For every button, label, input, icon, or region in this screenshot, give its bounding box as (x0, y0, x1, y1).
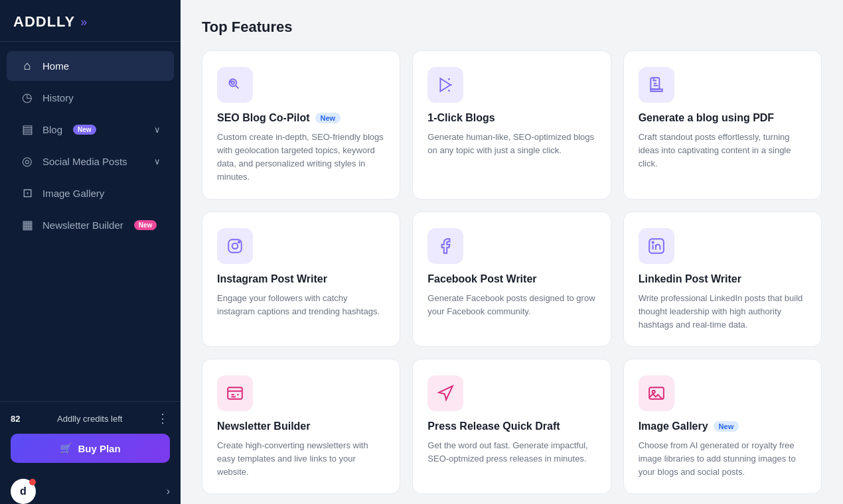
sidebar-item-social-label: Social Media Posts (42, 156, 127, 167)
svg-point-1 (232, 82, 234, 84)
home-icon: ⌂ (20, 59, 35, 73)
feature-icon-image-gallery (639, 375, 674, 411)
social-icon: ◎ (20, 154, 35, 168)
feature-title-instagram: Instagram Post Writer (217, 273, 327, 285)
feature-title-row-image-gallery: Image Gallery New (639, 420, 806, 432)
feature-desc-facebook: Generate Facebook posts designed to grow… (427, 292, 595, 318)
logo: ADDLLY » (0, 0, 181, 42)
sidebar-item-newsletter-label: Newsletter Builder (42, 220, 123, 231)
logo-text: ADDLLY (13, 13, 75, 31)
svg-rect-9 (649, 387, 664, 399)
feature-title-facebook: Facebook Post Writer (427, 273, 536, 285)
page-title: Top Features (202, 19, 822, 36)
buy-icon: 🛒 (60, 442, 72, 454)
avatar-notification-dot (29, 479, 36, 485)
credits-row: 82 Addlly credits left ⋮ (11, 411, 170, 426)
avatar[interactable]: d (11, 479, 36, 504)
feature-icon-one-click-blogs (427, 67, 463, 103)
avatar-letter: d (20, 485, 27, 497)
feature-badge-image-gallery: New (714, 421, 739, 432)
blog-chevron: ∨ (154, 125, 161, 135)
sidebar-item-blog-label: Blog (42, 124, 62, 135)
feature-icon-newsletter-builder (217, 375, 253, 411)
newsletter-icon: ▦ (20, 218, 35, 232)
image-icon: ⊡ (20, 186, 35, 200)
feature-card-press-release[interactable]: Press Release Quick Draft Get the word o… (412, 359, 611, 494)
feature-desc-image-gallery: Choose from AI generated or royalty free… (639, 439, 806, 479)
buy-label: Buy Plan (78, 443, 120, 454)
social-chevron: ∨ (154, 157, 161, 166)
user-row: d › (0, 472, 181, 504)
feature-card-newsletter-builder[interactable]: Newsletter Builder Create high-convertin… (202, 359, 400, 494)
feature-title-row-pdf-blog: Generate a blog using PDF (639, 112, 806, 124)
sidebar-item-image-label: Image Gallery (42, 188, 104, 199)
feature-title-press-release: Press Release Quick Draft (427, 420, 560, 432)
feature-desc-instagram: Engage your followers with catchy instag… (217, 292, 385, 318)
credits-label: Addlly credits left (57, 414, 122, 424)
feature-desc-one-click-blogs: Generate human-like, SEO-optimized blogs… (427, 131, 595, 157)
feature-title-pdf-blog: Generate a blog using PDF (639, 112, 774, 124)
svg-point-7 (652, 241, 653, 243)
buy-plan-button[interactable]: 🛒 Buy Plan (11, 434, 170, 463)
feature-icon-instagram (217, 228, 253, 264)
feature-desc-press-release: Get the word out fast. Generate impactfu… (427, 439, 595, 466)
svg-point-10 (652, 391, 654, 393)
feature-title-linkedin: Linkedin Post Writer (639, 273, 741, 285)
sidebar-bottom: 82 Addlly credits left ⋮ 🛒 Buy Plan (0, 401, 181, 472)
feature-icon-press-release (427, 375, 463, 411)
sidebar-item-home[interactable]: ⌂ Home (7, 51, 174, 81)
sidebar-item-blog[interactable]: ▤ Blog New ∨ (7, 114, 174, 145)
feature-title-newsletter-builder: Newsletter Builder (217, 420, 310, 432)
feature-title-row-newsletter-builder: Newsletter Builder (217, 420, 385, 432)
history-icon: ◷ (20, 90, 35, 105)
feature-card-instagram[interactable]: Instagram Post Writer Engage your follow… (202, 212, 400, 347)
feature-title-row-seo-blog: SEO Blog Co-Pilot New (217, 112, 385, 124)
credits-count: 82 (11, 414, 20, 424)
feature-title-row-press-release: Press Release Quick Draft (427, 420, 595, 432)
feature-desc-pdf-blog: Craft standout posts effortlessly, turni… (639, 131, 806, 170)
main-content: Top Features SEO Blog Co-Pilot New Custo… (181, 0, 843, 504)
feature-desc-linkedin: Write professional LinkedIn posts that b… (639, 292, 806, 332)
feature-card-pdf-blog[interactable]: Generate a blog using PDF Craft standout… (623, 50, 822, 200)
sidebar: ADDLLY » ⌂ Home ◷ History ▤ Blog New ∨ ◎… (0, 0, 181, 504)
feature-title-row-facebook: Facebook Post Writer (427, 273, 595, 285)
feature-desc-seo-blog: Custom create in-depth, SEO-friendly blo… (217, 131, 385, 184)
feature-title-row-one-click-blogs: 1-Click Blogs (427, 112, 595, 124)
sidebar-item-social[interactable]: ◎ Social Media Posts ∨ (7, 146, 174, 176)
sidebar-item-history-label: History (42, 92, 74, 103)
sidebar-nav: ⌂ Home ◷ History ▤ Blog New ∨ ◎ Social M… (0, 42, 181, 401)
feature-card-facebook[interactable]: Facebook Post Writer Generate Facebook p… (412, 212, 611, 347)
feature-card-linkedin[interactable]: Linkedin Post Writer Write professional … (623, 212, 822, 347)
features-grid: SEO Blog Co-Pilot New Custom create in-d… (202, 50, 822, 494)
sidebar-item-history[interactable]: ◷ History (7, 82, 174, 113)
feature-icon-pdf-blog (639, 67, 674, 103)
sidebar-item-newsletter[interactable]: ▦ Newsletter Builder New (7, 210, 174, 240)
feature-title-seo-blog: SEO Blog Co-Pilot (217, 112, 310, 124)
newsletter-badge: New (134, 220, 157, 230)
blog-badge: New (73, 125, 96, 135)
feature-icon-seo-blog (217, 67, 253, 103)
blog-icon: ▤ (20, 122, 35, 137)
feature-icon-facebook (427, 228, 463, 264)
user-chevron-icon[interactable]: › (167, 485, 170, 497)
feature-title-row-instagram: Instagram Post Writer (217, 273, 385, 285)
feature-title-one-click-blogs: 1-Click Blogs (427, 112, 495, 124)
sidebar-item-image[interactable]: ⊡ Image Gallery (7, 178, 174, 208)
feature-title-row-linkedin: Linkedin Post Writer (639, 273, 806, 285)
feature-card-seo-blog[interactable]: SEO Blog Co-Pilot New Custom create in-d… (202, 50, 400, 200)
credits-menu-button[interactable]: ⋮ (157, 411, 170, 426)
logo-arrow: » (80, 15, 87, 29)
feature-badge-seo-blog: New (315, 113, 341, 123)
svg-point-4 (232, 243, 238, 249)
feature-title-image-gallery: Image Gallery (639, 420, 708, 432)
sidebar-item-home-label: Home (42, 60, 69, 72)
feature-icon-linkedin (639, 228, 674, 264)
svg-point-5 (238, 241, 240, 243)
feature-card-image-gallery[interactable]: Image Gallery New Choose from AI generat… (623, 359, 822, 494)
feature-card-one-click-blogs[interactable]: 1-Click Blogs Generate human-like, SEO-o… (412, 50, 611, 200)
feature-desc-newsletter-builder: Create high-converting newsletters with … (217, 439, 385, 479)
